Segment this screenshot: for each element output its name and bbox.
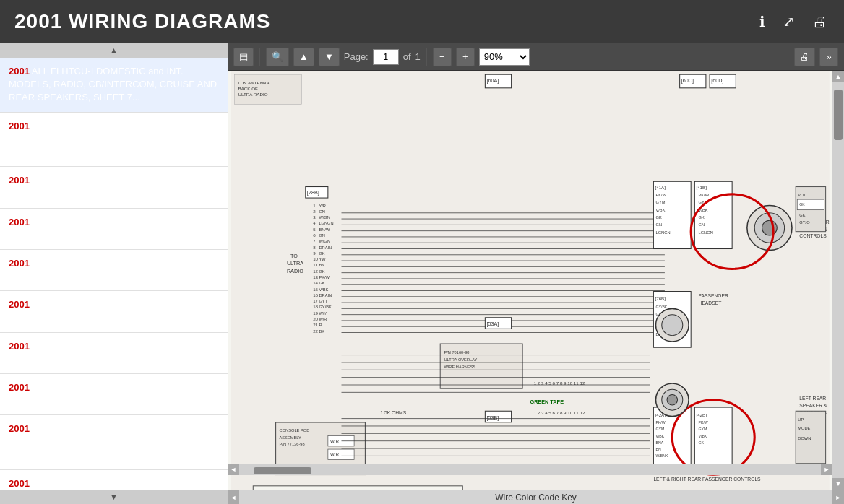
sidebar-item-year: 2001 (9, 66, 30, 77)
svg-text:9: 9 (313, 251, 316, 256)
page-input[interactable] (373, 49, 399, 65)
sidebar-item-text: FLT DOMESTIC and INTERNATIONAL MODELS, L… (9, 299, 205, 323)
svg-text:PASSENGER: PASSENGER (699, 293, 728, 298)
svg-text:LEFT REAR: LEFT REAR (799, 396, 826, 401)
sidebar-item-year: 2001 (9, 341, 30, 352)
svg-text:[60D]: [60D] (711, 77, 723, 84)
sidebar-item[interactable]: 2001 ALL FLT (Except FLHTP-I) DOMESTIC a… (0, 113, 228, 168)
svg-point-150 (667, 394, 678, 405)
search-button[interactable]: 🔍 (266, 48, 289, 66)
svg-text:CONSOLE POD: CONSOLE POD (280, 428, 310, 433)
svg-text:PK/W: PK/W (699, 193, 710, 197)
svg-text:P/N 70160-98: P/N 70160-98 (444, 350, 469, 355)
forward-button[interactable]: » (819, 48, 838, 66)
info-button[interactable]: ℹ (757, 10, 768, 33)
svg-text:22: 22 (313, 329, 318, 334)
sidebar-item[interactable]: 2001 FLT DOMESTIC and INTERNATIONAL MODE… (0, 167, 228, 208)
bottom-bar: ◄ Wire Color Code Key ► (228, 490, 844, 504)
sidebar-scroll-down[interactable]: ▼ (0, 490, 228, 504)
scroll-thumb-h[interactable] (254, 467, 311, 474)
svg-text:DOWN: DOWN (798, 436, 811, 440)
print-doc-button[interactable]: 🖨 (794, 48, 815, 66)
svg-text:WIRE HARNESS: WIRE HARNESS (444, 365, 475, 369)
svg-text:PK/W: PK/W (656, 193, 667, 197)
svg-text:GN: GN (319, 209, 325, 214)
svg-text:1.5K OHMS: 1.5K OHMS (380, 410, 406, 415)
svg-text:14: 14 (313, 280, 318, 285)
wiring-diagram: C.B. ANTENNA BACK OF ULTRA RADIO [60A] [… (228, 71, 832, 490)
svg-text:3: 3 (313, 214, 316, 220)
sidebar-item[interactable]: 2001 FLT DOMESTIC MODELS, IGNITION CIRCU… (0, 250, 228, 291)
svg-text:17: 17 (313, 298, 318, 303)
page-title: 2001 WIRING DIAGRAMS (14, 10, 271, 33)
svg-text:20: 20 (313, 316, 318, 321)
svg-text:GK: GK (699, 440, 705, 445)
print-button[interactable]: 🖨 (809, 11, 830, 33)
svg-text:TO: TO (290, 253, 298, 259)
svg-text:GN: GN (699, 222, 705, 227)
sidebar-item[interactable]: 2001 FLHTP-I DOMESTIC MODELS, LIGHTS CIR… (0, 374, 228, 415)
svg-text:[41B]: [41B] (696, 185, 707, 190)
svg-text:15: 15 (313, 287, 318, 292)
sidebar-item[interactable]: 2001 FLHTP-I DOMESTIC MODELS, (0, 470, 228, 490)
scroll-down-arrow[interactable]: ▼ (832, 478, 844, 490)
svg-text:W/R: W/R (330, 438, 340, 443)
vertical-scrollbar[interactable]: ▲ ▼ (832, 71, 844, 490)
svg-text:GYM: GYM (656, 200, 666, 204)
sidebar-item-text: FLT DOMESTIC and INTERNATIONAL MODELS, I… (9, 175, 202, 199)
sidebar-item[interactable]: 2001 FLT DOMESTIC and INTERNATIONAL MODE… (0, 291, 228, 332)
bottom-scroll-right[interactable]: ► (832, 490, 844, 505)
svg-text:W/BNK: W/BNK (656, 453, 668, 458)
sidebar-item[interactable]: 2001 ALL FLHTCU-I DOMESTIC and INT. MODE… (0, 58, 228, 113)
svg-text:BN: BN (319, 263, 324, 267)
sidebar-item[interactable]: 2001 FLT DOMESTIC and INTERNATIONAL MODE… (0, 209, 228, 250)
svg-text:10: 10 (313, 256, 318, 261)
svg-text:V/BK: V/BK (699, 434, 707, 438)
sidebar-item[interactable]: 2001 FLT (ALL BUT FLHTP-I) DOMESTIC and … (0, 415, 228, 470)
svg-text:VOL: VOL (798, 193, 806, 197)
next-page-button[interactable]: ▼ (319, 48, 340, 66)
svg-text:11: 11 (313, 262, 318, 267)
sidebar-item-text: FLHTP-I DOMESTIC MODELS, LIGHTS CIRCUIT,… (9, 382, 202, 406)
scroll-thumb-v[interactable] (834, 90, 843, 140)
sidebar-scroll-up[interactable]: ▲ (0, 43, 228, 58)
sidebar-item[interactable]: 2001 FLT DOMESTIC and INTERNATIONAL MODE… (0, 333, 228, 374)
scroll-right-arrow[interactable]: ► (821, 464, 832, 475)
prev-page-button[interactable]: ▲ (293, 48, 314, 66)
scroll-up-arrow[interactable]: ▲ (832, 71, 844, 82)
svg-text:GN: GN (319, 233, 325, 238)
scroll-left-arrow[interactable]: ◄ (228, 464, 239, 475)
bottom-scroll-left[interactable]: ◄ (228, 490, 239, 505)
horizontal-scrollbar[interactable]: ◄ ► (228, 464, 832, 475)
zoom-in-button[interactable]: + (456, 48, 475, 66)
svg-text:Y/R: Y/R (319, 204, 325, 208)
svg-text:V/BK: V/BK (319, 287, 328, 292)
svg-text:MODE: MODE (798, 426, 810, 430)
zoom-select[interactable]: 90% 75% 100% 125% 150% (479, 48, 530, 66)
svg-text:[60A]: [60A] (486, 77, 499, 84)
svg-text:W/GN: W/GN (319, 239, 330, 243)
svg-text:[53A]: [53A] (486, 321, 499, 327)
svg-text:18: 18 (313, 304, 318, 309)
svg-text:W/Y: W/Y (319, 311, 327, 316)
sidebar-item-text: FLT DOMESTIC MODELS, IGNITION CIRCUIT, S… (9, 258, 189, 282)
expand-button[interactable]: ⤢ (780, 10, 798, 33)
panel-toggle-button[interactable]: ▤ (233, 48, 254, 66)
svg-point-100 (762, 220, 778, 235)
zoom-out-button[interactable]: − (433, 48, 452, 66)
svg-text:LEFT & RIGHT REAR PASSENGER CO: LEFT & RIGHT REAR PASSENGER CONTROLS (653, 477, 761, 482)
sidebar-item-year: 2001 (9, 121, 30, 131)
svg-text:W/R: W/R (330, 451, 340, 456)
sidebar-wrapper: ▲ 2001 ALL FLHTCU-I DOMESTIC and INT. MO… (0, 43, 228, 504)
svg-text:BN/W: BN/W (319, 227, 330, 232)
sidebar-content[interactable]: 2001 ALL FLHTCU-I DOMESTIC and INT. MODE… (0, 58, 228, 490)
svg-text:HEADSET: HEADSET (699, 300, 722, 305)
sidebar-item-text: FLT DOMESTIC and INTERNATIONAL MODELS, L… (9, 341, 205, 365)
svg-text:8: 8 (313, 245, 316, 250)
svg-text:PK/W: PK/W (656, 420, 666, 425)
svg-text:[42B]: [42B] (696, 412, 707, 417)
svg-text:C.B. ANTENNA: C.B. ANTENNA (238, 80, 270, 85)
svg-text:UP: UP (798, 417, 804, 422)
sidebar-item-text: FLT DOMESTIC and INTERNATIONAL MODELS, I… (9, 217, 202, 240)
svg-text:6: 6 (313, 233, 316, 238)
